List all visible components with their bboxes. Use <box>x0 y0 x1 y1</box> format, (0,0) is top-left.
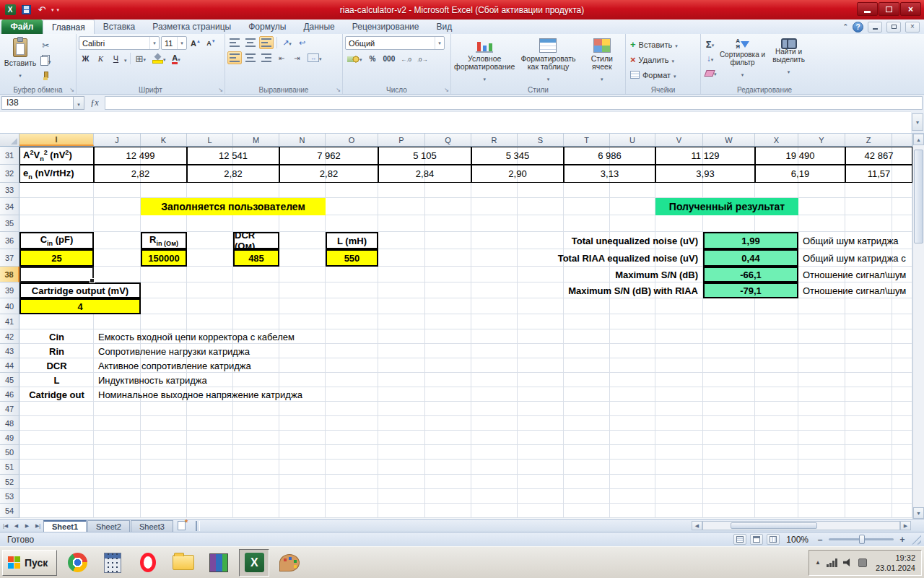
borders-button[interactable] <box>134 52 148 65</box>
zoom-in-icon[interactable] <box>897 535 907 545</box>
fill-button[interactable] <box>703 52 717 65</box>
noise-en-value-3[interactable]: 2,84 <box>378 165 471 183</box>
resize-grip[interactable] <box>911 535 921 545</box>
row-header-49[interactable]: 49 <box>0 431 19 445</box>
column-header-N[interactable]: N <box>279 134 326 146</box>
merge-center-button[interactable] <box>305 51 324 64</box>
tab-formulas[interactable]: Формулы <box>240 20 295 34</box>
taskbar-calculator-button[interactable] <box>97 549 128 577</box>
row-header-43[interactable]: 43 <box>0 344 19 358</box>
font-size-select[interactable]: 11 <box>161 36 187 50</box>
column-header-L[interactable]: L <box>187 134 233 146</box>
fill-color-button[interactable] <box>149 52 168 65</box>
formula-input-extension[interactable] <box>0 111 911 133</box>
row-header-48[interactable]: 48 <box>0 416 19 431</box>
noise-a2vn2-value-7[interactable]: 19 490 <box>755 147 845 165</box>
clear-button[interactable] <box>703 66 719 79</box>
find-select-button[interactable]: Найти и выделить <box>767 36 811 84</box>
column-header-W[interactable]: W <box>703 134 755 146</box>
insert-function-button[interactable]: ƒx <box>84 98 105 108</box>
scroll-right-icon[interactable] <box>900 521 911 530</box>
tab-insert[interactable]: Вставка <box>95 20 144 34</box>
copy-button[interactable] <box>38 54 53 67</box>
column-header-Z[interactable]: Z <box>845 134 892 146</box>
row-header-41[interactable]: 41 <box>0 314 19 329</box>
align-middle-button[interactable] <box>243 36 258 49</box>
noise-a2vn2-value-2[interactable]: 7 962 <box>279 147 378 165</box>
result-value-3[interactable]: -79,1 <box>703 282 798 298</box>
zoom-slider[interactable] <box>829 538 894 540</box>
row-header-36[interactable]: 36 <box>0 232 19 249</box>
undo-button[interactable] <box>35 4 48 17</box>
cartridge-output-value[interactable]: 4 <box>19 298 141 314</box>
column-header-P[interactable]: P <box>378 134 425 146</box>
qat-customize-icon[interactable] <box>57 7 60 13</box>
row-header-33[interactable]: 33 <box>0 183 19 198</box>
column-header-J[interactable]: J <box>94 134 141 146</box>
column-header-Q[interactable]: Q <box>425 134 471 146</box>
noise-en-value-7[interactable]: 6,19 <box>755 165 845 183</box>
scroll-down-icon[interactable] <box>913 507 924 519</box>
align-right-button[interactable] <box>259 51 274 64</box>
clipboard-dialog-launcher-icon[interactable] <box>69 87 74 93</box>
zoom-slider-thumb[interactable] <box>859 535 865 544</box>
grow-font-button[interactable]: А <box>188 37 203 50</box>
font-name-select[interactable]: Calibri <box>79 36 160 50</box>
column-header-M[interactable]: M <box>233 134 279 146</box>
column-header-T[interactable]: T <box>564 134 610 146</box>
tab-splitter-handle[interactable] <box>196 521 200 531</box>
font-color-button[interactable]: А <box>169 52 183 65</box>
clock[interactable]: 19:32 23.01.2024 <box>873 553 915 573</box>
column-header-U[interactable]: U <box>610 134 655 146</box>
result-value-2[interactable]: -66,1 <box>703 267 798 282</box>
row-header-52[interactable]: 52 <box>0 475 19 489</box>
column-header-partial[interactable] <box>892 134 912 146</box>
shrink-font-button[interactable]: А <box>204 37 218 50</box>
noise-en-value-1[interactable]: 2,82 <box>187 165 279 183</box>
sheet-tab-sheet3[interactable]: Sheet3 <box>131 520 173 532</box>
paste-button[interactable]: Вставить <box>2 36 38 84</box>
noise-en-value-4[interactable]: 2,90 <box>471 165 564 183</box>
decrease-indent-button[interactable] <box>275 51 289 64</box>
wrap-text-button[interactable] <box>295 36 309 49</box>
active-cell-I38[interactable] <box>19 267 94 282</box>
align-center-button[interactable] <box>243 51 258 64</box>
taskbar-folder-button[interactable] <box>168 549 199 577</box>
align-left-button[interactable] <box>227 51 242 64</box>
workbook-close-button[interactable] <box>905 22 920 33</box>
horizontal-scrollbar[interactable] <box>692 520 911 531</box>
row-header-31[interactable]: 31 <box>0 147 19 165</box>
taskbar-winrar-button[interactable] <box>204 549 234 577</box>
increase-indent-button[interactable] <box>290 51 304 64</box>
column-header-K[interactable]: K <box>141 134 187 146</box>
start-button[interactable]: Пуск <box>2 550 57 576</box>
volume-icon[interactable] <box>843 558 853 567</box>
format-cells-button[interactable]: Формат <box>628 68 679 82</box>
noise-a2vn2-value-0[interactable]: 12 499 <box>94 147 187 165</box>
zoom-out-icon[interactable] <box>815 535 825 545</box>
row-header-37[interactable]: 37 <box>0 249 19 267</box>
row-header-46[interactable]: 46 <box>0 387 19 402</box>
row-header-32[interactable]: 32 <box>0 165 19 183</box>
align-top-button[interactable] <box>227 36 242 49</box>
underline-dropdown-icon[interactable] <box>124 52 127 65</box>
autosum-button[interactable]: Σ <box>703 38 717 51</box>
network-icon[interactable] <box>827 558 837 567</box>
sheet-grid[interactable]: 3132333435363738394041424344454647484950… <box>0 147 912 519</box>
scroll-left-icon[interactable] <box>692 521 702 530</box>
minimize-button[interactable] <box>857 2 878 16</box>
underline-button[interactable]: Ч <box>109 52 123 65</box>
bold-button[interactable]: Ж <box>79 52 92 65</box>
number-format-select[interactable]: Общий <box>345 36 445 50</box>
comma-style-button[interactable]: 000 <box>381 52 398 65</box>
workbook-minimize-button[interactable] <box>868 22 882 33</box>
noise-a2vn2-value-5[interactable]: 6 986 <box>564 147 655 165</box>
result-value-0[interactable]: 1,99 <box>703 232 798 249</box>
cut-button[interactable] <box>39 39 53 52</box>
taskbar-opera-button[interactable] <box>133 549 163 577</box>
noise-a2vn2-value-8[interactable]: 42 867 <box>845 147 912 165</box>
select-all-corner[interactable] <box>0 134 19 146</box>
format-as-table-button[interactable]: Форматировать как таблицу <box>516 36 580 84</box>
tray-device-icon[interactable] <box>858 558 867 567</box>
input-value-1[interactable]: 150000 <box>141 249 187 267</box>
